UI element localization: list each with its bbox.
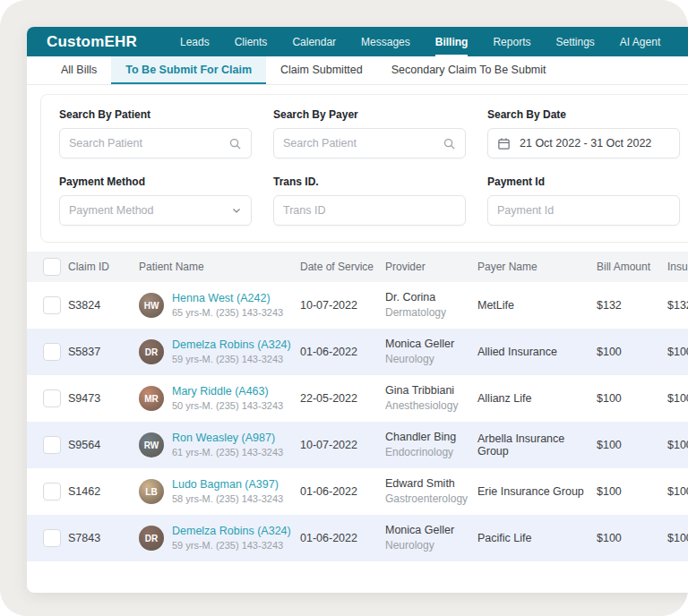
select-all-cell bbox=[27, 258, 68, 276]
patient-name-link[interactable]: Ludo Bagman (A397) bbox=[172, 477, 283, 492]
nav-item-ai-agent[interactable]: AI Agent bbox=[620, 27, 660, 56]
select-all-checkbox[interactable] bbox=[43, 258, 61, 276]
patient-name-link[interactable]: Henna West (A242) bbox=[172, 291, 283, 306]
table-row[interactable]: S3824HWHenna West (A242)65 yrs-M. (235) … bbox=[27, 282, 688, 329]
provider-name: Dr. Corina bbox=[385, 290, 472, 306]
claim-id: S5837 bbox=[68, 346, 139, 358]
nav-item-billing[interactable]: Billing bbox=[435, 27, 469, 56]
nav-item-messages[interactable]: Messages bbox=[361, 27, 410, 56]
tab-to-be-submit-for-claim[interactable]: To Be Submit For Claim bbox=[111, 56, 266, 84]
date-of-service: 01-06-2022 bbox=[300, 346, 385, 358]
filter-search-by-date: Search By Date 21 Oct 2022 - 31 Oct 2022 bbox=[487, 108, 680, 158]
row-select-cell bbox=[27, 343, 68, 361]
col-claim-id: Claim ID bbox=[68, 261, 139, 273]
main-nav: LeadsClientsCalendarMessagesBillingRepor… bbox=[180, 27, 660, 56]
nav-item-calendar[interactable]: Calendar bbox=[292, 27, 336, 56]
nav-item-settings[interactable]: Settings bbox=[555, 27, 594, 56]
search-payer-field[interactable] bbox=[273, 128, 466, 158]
patient-cell: LBLudo Bagman (A397)58 yrs-M. (235) 143-… bbox=[139, 477, 300, 506]
row-select-cell bbox=[27, 389, 68, 407]
search-patient-input[interactable] bbox=[69, 137, 223, 150]
table-row[interactable]: S5837DRDemelza Robins (A324)59 yrs-M. (2… bbox=[27, 329, 688, 375]
table-row[interactable]: S7843DRDemelza Robins (A324)59 yrs-M. (2… bbox=[27, 515, 688, 561]
provider-cell: Gina TribbianiAnesthesiology bbox=[385, 383, 477, 414]
chevron-down-icon bbox=[231, 205, 242, 216]
trans-id-input[interactable] bbox=[283, 204, 456, 217]
filters-panel: Search By Patient Search By Payer bbox=[40, 94, 688, 243]
date-range-field[interactable]: 21 Oct 2022 - 31 Oct 2022 bbox=[487, 128, 680, 158]
row-checkbox[interactable] bbox=[43, 389, 61, 407]
row-checkbox[interactable] bbox=[43, 343, 61, 361]
bill-amount: $100 bbox=[597, 485, 667, 498]
search-by-patient-label: Search By Patient bbox=[59, 108, 252, 121]
provider-name: Monica Geller bbox=[385, 523, 472, 539]
provider-cell: Dr. CorinaDermatology bbox=[385, 290, 477, 321]
search-patient-field[interactable] bbox=[59, 128, 252, 158]
provider-name: Chandler Bing bbox=[385, 430, 472, 446]
row-select-cell bbox=[27, 483, 68, 500]
patient-name-link[interactable]: Demelza Robins (A324) bbox=[172, 338, 291, 353]
payment-id-input[interactable] bbox=[497, 204, 670, 217]
bill-amount: $100 bbox=[597, 392, 667, 405]
billing-tabs: All BillsTo Be Submit For ClaimClaim Sub… bbox=[27, 56, 688, 85]
patient-meta: 58 yrs-M. (235) 143-3243 bbox=[172, 492, 283, 506]
payer-name: MetLife bbox=[477, 299, 597, 312]
table-body: S3824HWHenna West (A242)65 yrs-M. (235) … bbox=[27, 282, 688, 561]
insurance-amount: $100 bbox=[667, 439, 688, 451]
filter-row-1: Search By Patient Search By Payer bbox=[59, 108, 680, 158]
claims-table: Claim ID Patient Name Date of Service Pr… bbox=[27, 252, 688, 561]
nav-item-leads[interactable]: Leads bbox=[180, 27, 210, 56]
row-checkbox[interactable] bbox=[43, 296, 61, 314]
provider-specialty: Gastroenterology bbox=[385, 492, 472, 507]
tab-secondary-claim-to-be-submit[interactable]: Secondary Claim To Be Submit bbox=[377, 56, 561, 84]
table-row[interactable]: S9473MRMary Riddle (A463)50 yrs-M. (235)… bbox=[27, 375, 688, 422]
patient-meta: 61 yrs-M. (235) 143-3243 bbox=[172, 446, 283, 459]
patient-meta: 65 yrs-M. (235) 143-3243 bbox=[172, 306, 283, 320]
payment-method-value: Payment Method bbox=[69, 204, 226, 217]
payer-name: Allianz Life bbox=[477, 392, 597, 405]
payer-name: Erie Insurance Group bbox=[477, 485, 597, 498]
payment-id-field[interactable] bbox=[487, 195, 680, 226]
patient-name-link[interactable]: Mary Riddle (A463) bbox=[172, 384, 283, 399]
table-row[interactable]: S1462LBLudo Bagman (A397)58 yrs-M. (235)… bbox=[27, 468, 688, 515]
provider-cell: Edward SmithGastroenterology bbox=[385, 476, 477, 507]
provider-cell: Chandler BingEndocrinology bbox=[385, 430, 477, 460]
row-select-cell bbox=[27, 529, 68, 547]
provider-name: Gina Tribbiani bbox=[385, 383, 472, 399]
table-header-row: Claim ID Patient Name Date of Service Pr… bbox=[27, 252, 688, 282]
provider-cell: Monica GellerNeurology bbox=[385, 337, 477, 367]
col-bill-amount: Bill Amount bbox=[597, 261, 667, 273]
tab-all-bills[interactable]: All Bills bbox=[47, 56, 111, 84]
patient-avatar: MR bbox=[139, 386, 164, 411]
search-payer-input[interactable] bbox=[283, 137, 437, 150]
date-range-value: 21 Oct 2022 - 31 Oct 2022 bbox=[520, 137, 651, 150]
patient-meta: 50 yrs-M. (235) 143-3243 bbox=[172, 399, 283, 413]
calendar-icon bbox=[497, 137, 511, 150]
date-of-service: 10-07-2022 bbox=[300, 439, 385, 451]
col-payer-name: Payer Name bbox=[477, 261, 597, 273]
patient-avatar: RW bbox=[139, 432, 164, 458]
trans-id-field[interactable] bbox=[273, 195, 466, 226]
payment-method-select[interactable]: Payment Method bbox=[59, 195, 252, 226]
patient-name-link[interactable]: Demelza Robins (A324) bbox=[172, 524, 291, 539]
provider-specialty: Dermatology bbox=[385, 305, 472, 321]
row-checkbox[interactable] bbox=[43, 436, 61, 454]
row-checkbox[interactable] bbox=[43, 529, 61, 547]
nav-item-reports[interactable]: Reports bbox=[493, 27, 530, 56]
payer-name: Arbella Insurance Group bbox=[477, 432, 597, 458]
nav-item-clients[interactable]: Clients bbox=[235, 27, 268, 56]
date-of-service: 01-06-2022 bbox=[300, 532, 385, 544]
filter-search-by-payer: Search By Payer bbox=[273, 108, 466, 158]
search-by-date-label: Search By Date bbox=[487, 108, 680, 121]
row-checkbox[interactable] bbox=[43, 483, 61, 500]
insurance-amount: $132 bbox=[667, 299, 688, 312]
provider-specialty: Neurology bbox=[385, 352, 472, 367]
patient-name-link[interactable]: Ron Weasley (A987) bbox=[172, 431, 283, 446]
claim-id: S9564 bbox=[68, 439, 139, 451]
patient-cell: HWHenna West (A242)65 yrs-M. (235) 143-3… bbox=[139, 291, 300, 320]
patient-meta: 59 yrs-M. (235) 143-3243 bbox=[172, 353, 291, 366]
provider-name: Monica Geller bbox=[385, 337, 472, 353]
app-logo: CustomEHR bbox=[47, 27, 137, 56]
tab-claim-submitted[interactable]: Claim Submitted bbox=[266, 56, 377, 84]
table-row[interactable]: S9564RWRon Weasley (A987)61 yrs-M. (235)… bbox=[27, 422, 688, 468]
